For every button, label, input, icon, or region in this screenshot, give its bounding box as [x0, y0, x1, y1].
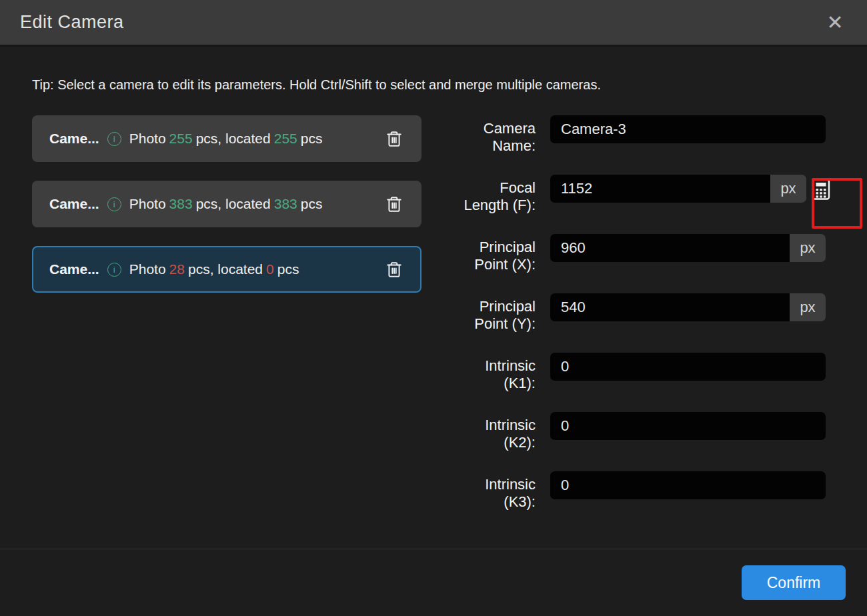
dialog-body: Tip: Select a camera to edit its paramet… — [0, 45, 867, 549]
trash-icon — [385, 261, 403, 278]
camera-name-truncated: Came... — [49, 196, 99, 212]
principal-point-y-row: Principal Point (Y): px — [457, 293, 830, 333]
principal-point-x-row: Principal Point (X): px — [457, 234, 830, 273]
intrinsic-k3-input-wrap — [550, 471, 826, 499]
info-icon: i — [107, 263, 121, 277]
confirm-button[interactable]: Confirm — [742, 565, 846, 600]
principal-point-y-input-wrap: px — [550, 293, 826, 321]
intrinsic-k2-row: Intrinsic (K2): — [457, 412, 830, 451]
calculate-focal-length-button[interactable] — [812, 179, 830, 200]
intrinsic-k3-label: Intrinsic (K3): — [457, 471, 536, 511]
intrinsic-k1-row: Intrinsic (K1): — [457, 353, 830, 392]
focal-length-input[interactable] — [550, 175, 770, 203]
intrinsic-k2-label: Intrinsic (K2): — [457, 412, 536, 451]
located-count: 0 — [266, 261, 274, 277]
camera-name-input-wrap — [550, 115, 826, 143]
camera-list-item-2[interactable]: Came... i Photo383pcs, located383pcs — [32, 181, 421, 227]
edit-camera-dialog: Edit Camera ✕ Tip: Select a camera to ed… — [0, 0, 867, 616]
dialog-title: Edit Camera — [20, 12, 124, 33]
principal-point-y-input[interactable] — [550, 293, 790, 321]
camera-name-truncated: Came... — [49, 131, 99, 147]
intrinsic-k2-input[interactable] — [550, 412, 826, 440]
trash-icon — [385, 130, 403, 147]
principal-point-y-label: Principal Point (Y): — [457, 293, 536, 333]
trash-icon — [385, 195, 403, 213]
tip-text: Tip: Select a camera to edit its paramet… — [32, 77, 867, 93]
located-count: 255 — [274, 131, 297, 146]
camera-name-row: Camera Name: — [457, 115, 830, 155]
located-count: 383 — [274, 196, 297, 211]
focal-length-label: Focal Length (F): — [457, 175, 536, 214]
intrinsic-k1-input[interactable] — [550, 353, 826, 381]
camera-parameters-form: Camera Name: Focal Length (F): px — [457, 115, 830, 531]
focal-length-row: Focal Length (F): px — [457, 175, 830, 214]
intrinsic-k3-row: Intrinsic (K3): — [457, 471, 830, 511]
photo-count: 383 — [169, 196, 193, 211]
photo-count: 255 — [169, 131, 193, 146]
camera-name-label: Camera Name: — [457, 115, 536, 155]
delete-camera-button[interactable] — [384, 259, 404, 279]
px-unit-suffix: px — [790, 234, 826, 262]
dialog-header: Edit Camera ✕ — [0, 0, 867, 45]
intrinsic-k2-input-wrap — [550, 412, 826, 440]
delete-camera-button[interactable] — [384, 194, 404, 214]
px-unit-suffix: px — [770, 175, 806, 203]
principal-point-x-input[interactable] — [550, 234, 790, 262]
info-icon: i — [107, 197, 121, 211]
camera-stats: Photo28pcs, located0pcs — [129, 261, 299, 277]
dialog-footer: Confirm — [0, 549, 867, 616]
calculator-icon — [812, 179, 830, 200]
camera-stats: Photo383pcs, located383pcs — [129, 196, 323, 212]
delete-camera-button[interactable] — [384, 129, 404, 149]
intrinsic-k1-input-wrap — [550, 353, 826, 381]
principal-point-x-label: Principal Point (X): — [457, 234, 536, 273]
camera-name-truncated: Came... — [49, 261, 99, 277]
px-unit-suffix: px — [790, 293, 826, 321]
focal-length-input-wrap: px — [550, 175, 806, 203]
principal-point-x-input-wrap: px — [550, 234, 826, 262]
info-icon: i — [107, 132, 121, 146]
camera-stats: Photo255pcs, located255pcs — [129, 131, 323, 147]
close-icon[interactable]: ✕ — [823, 11, 847, 35]
intrinsic-k1-label: Intrinsic (K1): — [457, 353, 536, 392]
camera-list: Came... i Photo255pcs, located255pcs Cam… — [32, 115, 421, 531]
camera-list-item-3-selected[interactable]: Came... i Photo28pcs, located0pcs — [32, 246, 421, 293]
camera-list-item-1[interactable]: Came... i Photo255pcs, located255pcs — [32, 115, 421, 162]
intrinsic-k3-input[interactable] — [550, 471, 826, 499]
content-columns: Came... i Photo255pcs, located255pcs Cam… — [32, 115, 867, 531]
photo-count: 28 — [169, 261, 185, 277]
camera-name-input[interactable] — [550, 115, 826, 143]
